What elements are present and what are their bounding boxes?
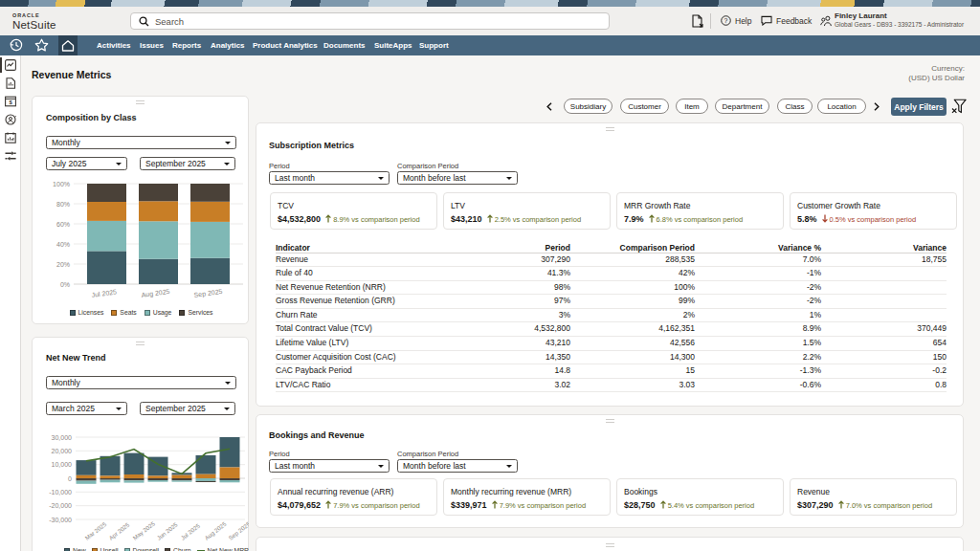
svg-text:20%: 20% — [56, 261, 70, 268]
svg-text:Apr 2025: Apr 2025 — [107, 520, 131, 540]
svg-text:Sep 2025: Sep 2025 — [227, 520, 249, 541]
svg-text:Jun 2025: Jun 2025 — [155, 520, 179, 541]
svg-text:Mar 2025: Mar 2025 — [83, 520, 107, 541]
svg-text:40%: 40% — [56, 241, 70, 248]
svg-text:10,000: 10,000 — [52, 461, 73, 468]
svg-text:-20,000: -20,000 — [49, 502, 72, 509]
svg-text:100%: 100% — [53, 181, 70, 187]
svg-text:May 2025: May 2025 — [131, 519, 156, 541]
svg-text:-10,000: -10,000 — [49, 489, 72, 496]
svg-text:30,000: 30,000 — [52, 434, 73, 441]
svg-text:?: ? — [724, 17, 728, 24]
svg-text:Jul 2025: Jul 2025 — [179, 522, 201, 541]
svg-text:Sep 2025: Sep 2025 — [193, 288, 223, 299]
svg-text:0%: 0% — [60, 281, 70, 288]
svg-text:$: $ — [9, 99, 12, 105]
svg-text:Jul 2025: Jul 2025 — [91, 288, 117, 298]
svg-text:-30,000: -30,000 — [49, 517, 72, 523]
svg-text:Aug 2025: Aug 2025 — [203, 520, 228, 541]
svg-text:0: 0 — [68, 475, 72, 482]
svg-text:Aug 2025: Aug 2025 — [141, 288, 170, 299]
svg-text:20,000: 20,000 — [52, 448, 73, 454]
svg-text:80%: 80% — [56, 201, 70, 208]
svg-text:60%: 60% — [56, 221, 70, 228]
